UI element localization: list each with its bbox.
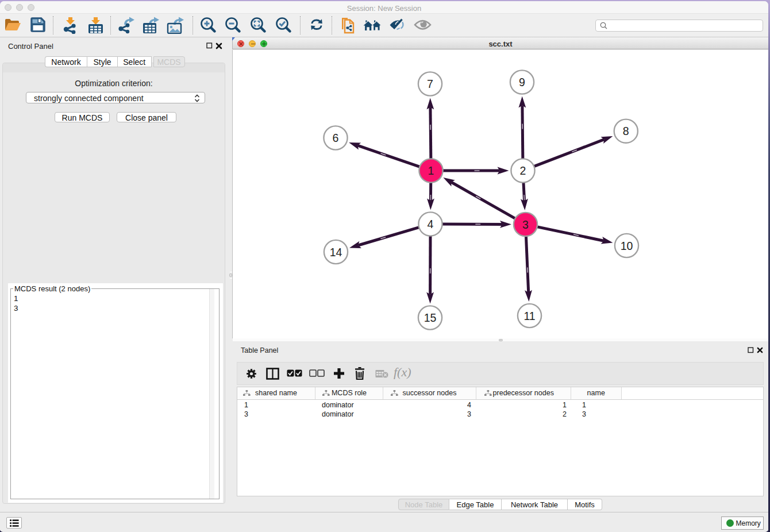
svg-text:7: 7 [427,78,433,90]
svg-text:8: 8 [623,125,629,137]
svg-text:15: 15 [424,311,437,324]
svg-text:14: 14 [330,246,342,259]
svg-text:2: 2 [520,164,526,177]
svg-text:11: 11 [523,310,535,322]
svg-text:9: 9 [519,76,525,88]
svg-text:10: 10 [621,240,633,252]
svg-text:4: 4 [428,218,434,230]
svg-text:1: 1 [428,164,434,177]
svg-text:3: 3 [522,218,529,231]
svg-text:6: 6 [333,132,339,144]
